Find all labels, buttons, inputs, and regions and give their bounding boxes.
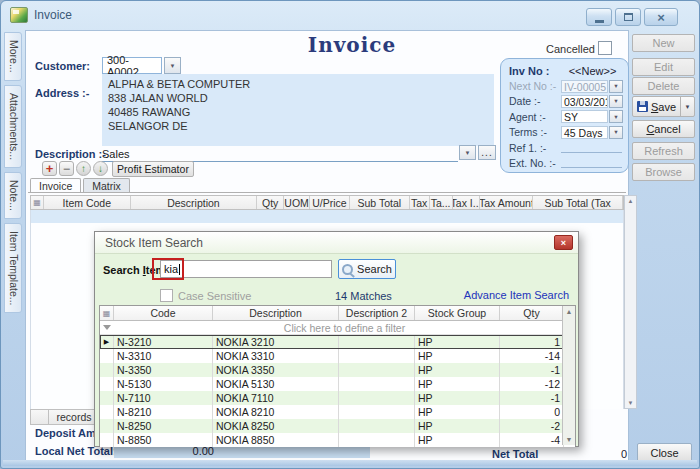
address-box[interactable]: ALPHA & BETA COMPUTER 838 JALAN WORLD 40… (102, 74, 494, 146)
search-button-label: Search (357, 263, 392, 275)
stock-item-table: ▦CodeDescriptionDescription 2Stock Group… (99, 305, 576, 446)
sidebar-tab-note[interactable]: Note... (4, 172, 22, 219)
cell-code: N-3310 (114, 349, 213, 363)
filter-row-text[interactable]: Click here to define a filter (114, 322, 575, 334)
delete-button: Delete (632, 77, 695, 95)
description-dropdown-button[interactable]: ▼ (459, 145, 476, 160)
dropdown-button[interactable]: ▼ (609, 126, 623, 139)
stock-item-row[interactable]: N-8850NOKIA 8850HP-4 (100, 433, 575, 447)
cell-code: N-3350 (114, 363, 213, 377)
row-marker-cell (100, 391, 114, 405)
window-title: Invoice (34, 8, 72, 22)
description-more-button[interactable]: ... (478, 145, 496, 160)
info-row-agent: Agent :-SY▼ (509, 109, 624, 124)
minimize-button[interactable] (586, 8, 612, 26)
stock-item-row[interactable]: N-8210NOKIA 8210HP0 (100, 405, 575, 419)
stock-item-row[interactable]: N-3350NOKIA 3350HP-1 (100, 363, 575, 377)
tab-invoice[interactable]: Invoice (30, 178, 81, 193)
cell-stock-group: HP (415, 419, 500, 433)
search-button[interactable]: Search (338, 259, 396, 279)
stock-item-row[interactable]: N-7110NOKIA 7110HP-1 (100, 391, 575, 405)
info-field-date[interactable]: 03/03/2016 (561, 95, 608, 108)
save-button[interactable]: Save▼ (632, 96, 695, 117)
dialog-col-description: Description (213, 306, 339, 320)
move-up-button[interactable]: ↑ (76, 161, 91, 176)
dialog-vertical-scrollbar[interactable]: ▲ ▼ (562, 306, 575, 445)
detail-tabs: InvoiceMatrix (30, 178, 132, 193)
search-input[interactable]: kia (160, 260, 332, 278)
annotation-highlight-box (152, 258, 184, 280)
cell-code: N-5130 (114, 377, 213, 391)
grid-vertical-scrollbar[interactable]: ▲ ▼ (624, 195, 637, 409)
row-marker-cell (100, 377, 114, 391)
cell-stock-group: HP (415, 377, 500, 391)
row-marker-cell: ▶ (100, 335, 114, 349)
advance-item-search-link[interactable]: Advance Item Search (425, 289, 569, 301)
cell-qty: 1 (500, 335, 564, 349)
info-blank-field[interactable] (561, 167, 622, 168)
row-marker-cell (100, 405, 114, 419)
stock-item-row[interactable]: N-8250NOKIA 8250HP-2 (100, 419, 575, 433)
cell-description: NOKIA 8850 (213, 433, 339, 447)
cell-description-2 (339, 391, 415, 405)
grid-col-u-price: U/Price (310, 196, 350, 209)
row-marker-cell (100, 419, 114, 433)
dialog-close-button[interactable]: × (554, 235, 573, 250)
cell-description-2 (339, 363, 415, 377)
net-total-value: 0 (549, 448, 627, 460)
sidebar-tab-more[interactable]: More... (4, 32, 22, 81)
stock-item-row[interactable]: N-5130NOKIA 5130HP-12 (100, 377, 575, 391)
row-marker-cell (100, 349, 114, 363)
description-label: Description :- (35, 148, 106, 160)
stock-item-row[interactable]: N-3310NOKIA 3310HP-14 (100, 349, 575, 363)
profit-estimator-button[interactable]: Profit Estimator (112, 161, 194, 177)
sidebar-tab-item-template[interactable]: Item Template... (4, 223, 22, 314)
save-dropdown-arrow[interactable]: ▼ (680, 97, 694, 116)
refresh-button: Refresh (632, 142, 695, 160)
info-blank-field[interactable] (561, 152, 622, 153)
grid-empty-row[interactable] (31, 210, 623, 223)
tab-matrix[interactable]: Matrix (83, 178, 130, 193)
move-down-button[interactable]: ↓ (93, 161, 108, 176)
filter-row[interactable]: Click here to define a filter (100, 321, 575, 335)
cell-stock-group: HP (415, 363, 500, 377)
cancel-button[interactable]: Cancel (632, 120, 695, 138)
grid-col-description: Description (131, 196, 258, 209)
scroll-up-icon[interactable]: ▲ (566, 308, 573, 315)
dropdown-button[interactable]: ▼ (609, 110, 623, 123)
dialog-titlebar[interactable]: Stock Item Search × (95, 232, 578, 254)
dropdown-button[interactable]: ▼ (609, 95, 623, 108)
info-label: Ref 1. :- (509, 142, 561, 154)
dialog-col-description-2: Description 2 (339, 306, 415, 320)
scroll-down-icon[interactable]: ▼ (628, 400, 634, 406)
customer-field[interactable]: 300-A0002 (102, 57, 162, 74)
titlebar[interactable]: Invoice × (1, 1, 699, 29)
cell-code: N-8250 (114, 419, 213, 433)
cell-stock-group: HP (415, 391, 500, 405)
info-label: Date :- (509, 95, 561, 107)
info-field-next-no[interactable]: IV-00005 (561, 80, 608, 93)
save-button-main[interactable]: Save (633, 97, 680, 116)
customer-dropdown-button[interactable]: ▼ (164, 57, 181, 74)
cell-description-2 (339, 419, 415, 433)
case-sensitive-checkbox[interactable] (160, 289, 173, 302)
remove-row-button[interactable]: − (59, 161, 74, 176)
minimize-icon (595, 20, 604, 23)
button-label: Refresh (644, 145, 683, 157)
dropdown-button[interactable]: ▼ (609, 80, 623, 93)
info-field-agent[interactable]: SY (561, 110, 608, 123)
info-row-date: Date :-03/03/2016▼ (509, 94, 624, 109)
scroll-down-icon[interactable]: ▼ (566, 436, 573, 443)
cell-qty: -12 (500, 377, 564, 391)
stock-table-rows: ▶N-3210NOKIA 3210HP1N-3310NOKIA 3310HP-1… (100, 335, 575, 447)
dialog-col-code: Code (114, 306, 213, 320)
info-field-terms[interactable]: 45 Days (561, 126, 608, 139)
description-field[interactable]: Sales (102, 148, 130, 160)
info-row-terms: Terms :-45 Days▼ (509, 125, 624, 140)
stock-item-row[interactable]: ▶N-3210NOKIA 3210HP1 (100, 335, 575, 349)
matches-count: 14 Matches (335, 290, 392, 302)
records-cell: records (48, 409, 100, 425)
cancelled-checkbox[interactable] (598, 41, 612, 55)
add-row-button[interactable]: + (42, 161, 57, 176)
sidebar-tab-attachments[interactable]: Attachments... (4, 85, 22, 168)
